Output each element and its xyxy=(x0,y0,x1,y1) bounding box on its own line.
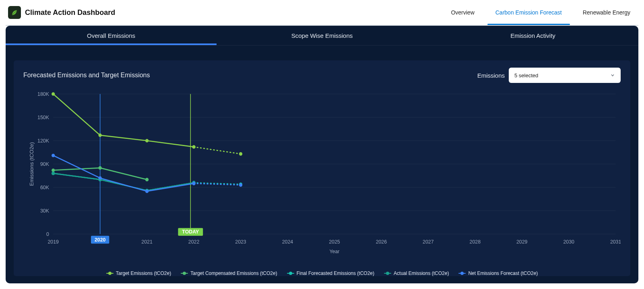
chart-title: Forecasted Emissions and Target Emission… xyxy=(23,72,150,79)
legend-label: Target Compensated Emissions (tCO2e) xyxy=(190,270,277,276)
svg-text:2029: 2029 xyxy=(516,239,527,245)
svg-text:90K: 90K xyxy=(40,161,50,167)
svg-text:2024: 2024 xyxy=(282,239,293,245)
emissions-selector-value: 5 selected xyxy=(514,72,538,78)
svg-text:120K: 120K xyxy=(37,138,49,144)
svg-text:2027: 2027 xyxy=(423,239,433,245)
svg-text:60K: 60K xyxy=(40,185,50,190)
emissions-selector[interactable]: 5 selected xyxy=(509,68,621,83)
svg-text:2026: 2026 xyxy=(376,239,387,245)
top-nav: Overview Carbon Emission Forecast Renewa… xyxy=(451,0,638,25)
svg-point-35 xyxy=(52,92,55,96)
svg-text:Year: Year xyxy=(329,249,339,254)
tab-scope-wise-emissions[interactable]: Scope Wise Emissions xyxy=(217,26,427,45)
svg-text:2023: 2023 xyxy=(235,239,246,245)
svg-text:2025: 2025 xyxy=(329,239,340,245)
leaf-icon xyxy=(10,8,19,17)
svg-point-40 xyxy=(239,152,242,156)
svg-point-54 xyxy=(52,154,55,157)
svg-point-42 xyxy=(99,166,102,170)
legend-item[interactable]: Target Compensated Emissions (tCO2e) xyxy=(181,270,277,276)
tab-overall-emissions[interactable]: Overall Emissions xyxy=(6,26,217,45)
svg-point-41 xyxy=(52,169,55,172)
chart-legend: Target Emissions (tCO2e)Target Compensat… xyxy=(23,270,621,276)
chart-card: Forecasted Emissions and Target Emission… xyxy=(14,60,630,276)
svg-text:180K: 180K xyxy=(37,91,49,97)
svg-text:2019: 2019 xyxy=(47,239,58,245)
chevron-down-icon xyxy=(610,73,615,78)
svg-point-43 xyxy=(145,178,149,182)
svg-text:150K: 150K xyxy=(37,115,49,120)
topbar: Climate Action Dashboard Overview Carbon… xyxy=(6,0,638,25)
svg-text:30K: 30K xyxy=(40,208,50,214)
svg-point-36 xyxy=(99,134,102,137)
svg-text:0: 0 xyxy=(46,231,49,237)
svg-point-56 xyxy=(145,190,149,193)
svg-point-37 xyxy=(145,139,149,142)
svg-text:2022: 2022 xyxy=(188,239,199,245)
svg-point-39 xyxy=(192,145,195,149)
legend-label: Final Forecasted Emissions (tCO2e) xyxy=(297,270,374,276)
legend-label: Target Emissions (tCO2e) xyxy=(116,270,171,276)
svg-text:TODAY: TODAY xyxy=(182,229,199,235)
nav-carbon-emission-forecast[interactable]: Carbon Emission Forecast xyxy=(495,0,562,25)
subtabs: Overall Emissions Scope Wise Emissions E… xyxy=(6,26,638,45)
app-logo xyxy=(8,6,21,19)
subtab-divider xyxy=(6,45,638,45)
nav-renewable-energy[interactable]: Renewable Energy xyxy=(583,0,630,25)
svg-text:2020: 2020 xyxy=(95,237,105,243)
svg-point-50 xyxy=(52,171,55,175)
legend-item[interactable]: Actual Emissions (tCO2e) xyxy=(384,270,449,276)
tab-emission-activity[interactable]: Emission Activity xyxy=(427,26,638,45)
svg-text:2031: 2031 xyxy=(610,239,621,245)
app-title: Climate Action Dashboard xyxy=(25,8,115,17)
svg-point-59 xyxy=(239,183,242,187)
svg-point-55 xyxy=(99,176,102,180)
main-panel: Overall Emissions Scope Wise Emissions E… xyxy=(6,26,638,283)
legend-item[interactable]: Net Emissions Forecast (tCO2e) xyxy=(458,270,538,276)
chart-header: Forecasted Emissions and Target Emission… xyxy=(14,60,630,83)
svg-text:2028: 2028 xyxy=(470,239,481,245)
svg-text:2021: 2021 xyxy=(141,239,152,245)
svg-text:Emissions (tCO2e): Emissions (tCO2e) xyxy=(29,142,35,186)
svg-text:2030: 2030 xyxy=(563,239,574,245)
legend-item[interactable]: Final Forecasted Emissions (tCO2e) xyxy=(287,270,374,276)
legend-label: Actual Emissions (tCO2e) xyxy=(394,270,449,276)
nav-overview[interactable]: Overview xyxy=(451,0,474,25)
plot-area: 030K60K90K120K150K180KEmissions (tCO2e)2… xyxy=(23,86,621,269)
legend-label: Net Emissions Forecast (tCO2e) xyxy=(468,270,538,276)
emissions-selector-label: Emissions xyxy=(477,72,505,79)
emissions-chart[interactable]: 030K60K90K120K150K180KEmissions (tCO2e)2… xyxy=(23,86,621,269)
svg-point-58 xyxy=(192,182,195,186)
legend-item[interactable]: Target Emissions (tCO2e) xyxy=(106,270,171,276)
